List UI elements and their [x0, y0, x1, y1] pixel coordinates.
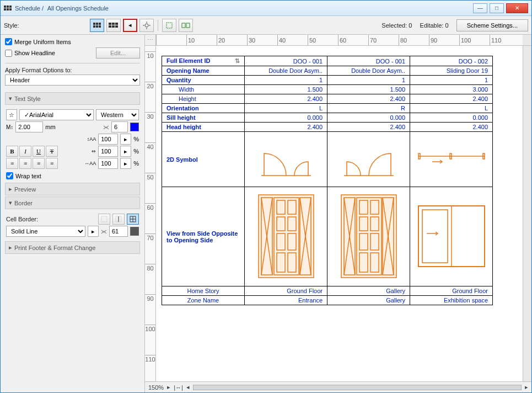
edit-headline-button[interactable]: Edit... [96, 47, 140, 59]
horizontal-scrollbar[interactable] [193, 385, 522, 390]
horizontal-ruler[interactable]: 102030405060708090100110 [156, 35, 523, 46]
align-center-button[interactable]: ≡ [19, 158, 31, 169]
font-size-input[interactable] [15, 121, 43, 132]
border-color-swatch[interactable] [130, 227, 139, 236]
style-grid-wide-button[interactable] [106, 19, 121, 32]
schedule-table: Full Element ID ⇅ DOO - 001 DOO - 001 DO… [162, 56, 493, 305]
schedule-view: ⋯ 102030405060708090100110 1020304050607… [145, 35, 531, 392]
align-right-button[interactable]: ≡ [33, 158, 45, 169]
row-width: Width 1.500 1.500 3.000 [162, 85, 493, 94]
vertical-ruler[interactable]: 102030405060708090100110 [145, 46, 156, 381]
settings-gear-button[interactable] [139, 19, 154, 32]
sliding-door-elevation-icon [416, 203, 487, 269]
collapse-sidebar-button[interactable]: ◂ [123, 19, 137, 32]
preview-section-header[interactable]: ▸ Preview [5, 183, 140, 195]
svg-rect-41 [357, 198, 381, 275]
apply-format-select[interactable]: Header [5, 75, 140, 86]
svg-rect-8 [101, 216, 107, 222]
row-2d-symbol: 2D Symbol [162, 132, 493, 187]
door-2d-symbol-icon [338, 137, 399, 181]
scroll-left-button[interactable]: ◂ [186, 384, 190, 391]
kerning-input[interactable] [98, 158, 118, 169]
bold-button[interactable]: B [6, 146, 18, 157]
row-zone-name: Zone Name Entrance Gallery Exhibition sp… [162, 296, 493, 305]
apply-format-label: Apply Format Options to: [5, 67, 140, 73]
row-opening-name: Opening Name Double Door Asym.. Double D… [162, 66, 493, 76]
text-color-swatch[interactable] [130, 123, 139, 131]
gear-icon [143, 22, 151, 29]
kerning-icon: ↔AA [84, 161, 96, 166]
line-type-opts-button[interactable]: ▸ [88, 226, 99, 237]
row-sill-height: Sill height 0.000 0.000 0.000 [162, 113, 493, 123]
scheme-settings-button[interactable]: Scheme Settings... [456, 19, 528, 31]
wrap-text-checkbox[interactable]: Wrap text [6, 172, 139, 179]
zoom-dropdown-button[interactable]: ▸ [167, 384, 170, 391]
double-door-elevation-icon [256, 192, 316, 280]
svg-rect-55 [422, 210, 448, 263]
vertical-scrollbar[interactable] [523, 46, 531, 381]
chevron-right-icon: ▸ [9, 244, 12, 251]
svg-rect-5 [166, 23, 172, 28]
select-tool-button[interactable] [162, 19, 176, 32]
row-quantity: Quantity 1 1 1 [162, 76, 493, 85]
scroll-right-button[interactable]: ▸ [525, 384, 528, 391]
font-script-select[interactable]: Western [96, 109, 139, 120]
row-view-from-side: View from Side Opposite to Opening Side [162, 187, 493, 286]
chevron-down-icon: ▾ [9, 95, 12, 102]
ruler-options-button[interactable]: ⋯ [145, 35, 156, 46]
width-spacing-opts-button[interactable]: ▸ [120, 146, 131, 157]
border-inner-button[interactable] [112, 214, 125, 225]
char-spacing-opts-button[interactable]: ▸ [120, 134, 131, 145]
favorite-star-button[interactable]: ☆ [6, 109, 17, 120]
italic-button[interactable]: I [19, 146, 31, 157]
show-headline-checkbox[interactable]: Show Headline [5, 50, 94, 57]
border-section-header[interactable]: ▾ Border [5, 197, 140, 209]
format-sidebar: Merge Uniform Items Show Headline Edit..… [1, 35, 145, 392]
style-label: Style: [4, 22, 19, 29]
style-grid-narrow-button[interactable] [90, 19, 104, 32]
border-none-button[interactable] [98, 214, 110, 225]
minimize-button[interactable]: — [473, 3, 487, 13]
row-home-story: Home Story Ground Floor Gallery Ground F… [162, 286, 493, 296]
content-area: Merge Uniform Items Show Headline Edit..… [1, 35, 531, 392]
font-family-select[interactable]: ✓ArialArial [19, 109, 94, 120]
schedule-window: Schedule / All Openings Schedule — □ ✕ S… [0, 0, 532, 393]
chevron-down-icon: ▾ [9, 199, 12, 206]
underline-button[interactable]: U [33, 146, 45, 157]
schedule-canvas[interactable]: Full Element ID ⇅ DOO - 001 DOO - 001 DO… [156, 46, 523, 381]
row-orientation: Orientation L R L [162, 104, 493, 113]
sort-icon[interactable]: ⇅ [235, 57, 240, 65]
sliding-door-2d-symbol-icon [416, 148, 487, 170]
pen-icon: ⩙ [103, 124, 109, 130]
svg-rect-25 [274, 198, 299, 275]
door-2d-symbol-icon [256, 137, 316, 181]
maximize-button[interactable]: □ [490, 3, 504, 13]
char-spacing-input[interactable] [98, 134, 118, 145]
merge-uniform-checkbox[interactable]: Merge Uniform Items [5, 38, 140, 45]
row-full-element-id: Full Element ID ⇅ DOO - 001 DOO - 001 DO… [162, 56, 493, 66]
strikethrough-button[interactable]: T [46, 146, 58, 157]
border-all-button[interactable] [127, 214, 139, 225]
zoom-level[interactable]: 150% [148, 384, 164, 391]
border-pen-input[interactable] [109, 226, 128, 237]
text-style-section-header[interactable]: ▾ Text Style [5, 92, 140, 105]
window-title: Schedule / All Openings Schedule [15, 4, 109, 12]
align-justify-button[interactable]: ≡ [46, 158, 58, 169]
select-multi-tool-button[interactable] [179, 19, 193, 32]
leading-input[interactable] [111, 121, 128, 132]
close-button[interactable]: ✕ [506, 3, 528, 13]
footer-section-header[interactable]: ▸ Print Footer & Format Change [5, 241, 140, 254]
marquee-icon [165, 22, 173, 29]
kerning-opts-button[interactable]: ▸ [120, 158, 131, 169]
marquee-multi-icon [181, 22, 190, 29]
row-head-height: Head height 2.400 2.400 2.400 [162, 123, 493, 132]
line-type-select[interactable]: Solid Line [6, 226, 85, 237]
fit-width-button[interactable]: |↔| [174, 384, 183, 391]
align-left-button[interactable]: ≡ [6, 158, 18, 169]
char-spacing-icon: ↕AA [87, 136, 96, 142]
editable-label: Editable: 0 [420, 22, 449, 29]
schedule-icon [4, 6, 12, 10]
svg-rect-7 [186, 23, 190, 28]
svg-point-0 [145, 24, 148, 27]
width-spacing-input[interactable] [98, 146, 118, 157]
